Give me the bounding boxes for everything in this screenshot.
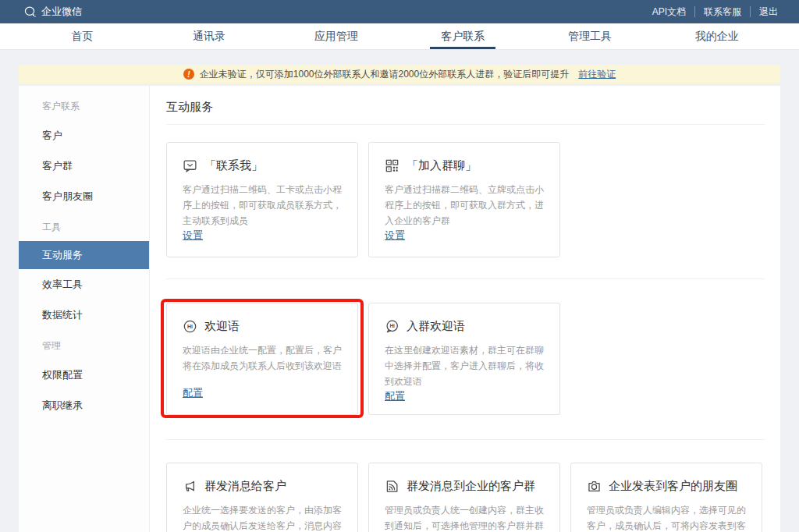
camera-icon	[587, 479, 602, 494]
feature-card: 「加入群聊」客户通过扫描群二维码、立牌或点击小程序上的按钮，即可获取入群方式，进…	[368, 142, 560, 257]
broadcast-page-icon	[385, 479, 400, 494]
sidebar-item-2-0[interactable]: 权限配置	[19, 360, 149, 390]
nav-tab-my-company[interactable]: 我的企业	[653, 23, 780, 49]
main-panel: 互动服务 「联系我」客户通过扫描二维码、工卡或点击小程序上的按钮，即可获取成员联…	[150, 86, 780, 532]
brand[interactable]: 企业微信	[23, 5, 82, 19]
nav-tab-contacts[interactable]: 通讯录	[146, 23, 273, 49]
sidebar-group-header: 客户联系	[19, 90, 149, 120]
sidebar-group-header: 工具	[19, 211, 149, 241]
sidebar-item-0-0[interactable]: 客户	[19, 120, 149, 151]
sidebar-group-header: 管理	[19, 330, 149, 360]
main-nav: 首页通讯录应用管理客户联系管理工具我的企业	[0, 23, 799, 50]
wechat-work-logo-icon	[23, 5, 37, 19]
card-description: 客户通过扫描群二维码、立牌或点击小程序上的按钮，即可获取入群方式，进入企业的客户…	[385, 182, 544, 229]
card-section: 群发消息给客户企业统一选择要发送的客户，由添加客户的成员确认后发送给客户，消息内…	[166, 439, 765, 532]
card-title: 企业发表到客户的朋友圈	[609, 479, 737, 494]
qr-code-icon	[385, 158, 400, 173]
contact-me-bubble-icon	[183, 158, 197, 173]
card-description: 欢迎语由企业统一配置，配置后，客户将在添加成员为联系人后收到该欢迎语	[183, 342, 342, 374]
svg-text:Hi: Hi	[390, 323, 396, 328]
nav-tab-app-management[interactable]: 应用管理	[272, 23, 400, 49]
nav-tab-customer-contact[interactable]: 客户联系	[400, 23, 527, 49]
topbar: 企业微信 API文档联系客服退出	[0, 0, 799, 23]
notice-bar: ! 企业未验证，仅可添加1000位外部联系人和邀请2000位外部联系人进群，验证…	[19, 65, 780, 83]
card-title: 入群欢迎语	[407, 319, 465, 334]
page-title: 互动服务	[166, 100, 765, 125]
card-title: 群发消息给客户	[204, 479, 286, 494]
nav-tab-home[interactable]: 首页	[19, 23, 146, 49]
feature-card: Hi入群欢迎语在这里创建欢迎语素材，群主可在群聊中选择并配置，客户进入群聊后，将…	[368, 303, 560, 415]
card-action-link[interactable]: 设置	[385, 229, 405, 243]
card-description: 管理员或负责人编辑内容，选择可见的客户，成员确认后，可将内容发表到客户的朋友圈，…	[587, 502, 746, 532]
card-description: 客户通过扫描二维码、工卡或点击小程序上的按钮，即可获取成员联系方式，主动联系到成…	[183, 182, 342, 229]
sidebar: 客户联系客户客户群客户朋友圈工具互动服务效率工具数据统计管理权限配置离职继承	[19, 86, 150, 532]
feature-card: 企业发表到客户的朋友圈管理员或负责人编辑内容，选择可见的客户，成员确认后，可将内…	[570, 463, 762, 532]
card-title: 群发消息到企业的客户群	[407, 479, 535, 494]
feature-card: 「联系我」客户通过扫描二维码、工卡或点击小程序上的按钮，即可获取成员联系方式，主…	[166, 142, 358, 257]
feature-card: Hi欢迎语欢迎语由企业统一配置，配置后，客户将在添加成员为联系人后收到该欢迎语配…	[166, 303, 358, 415]
card-section: Hi欢迎语欢迎语由企业统一配置，配置后，客户将在添加成员为联系人后收到该欢迎语配…	[166, 278, 765, 439]
nav-tab-management-tools[interactable]: 管理工具	[527, 23, 654, 49]
hi-bubble-icon: Hi	[385, 319, 400, 334]
sidebar-item-1-1[interactable]: 效率工具	[19, 269, 149, 300]
api-docs-link[interactable]: API文档	[644, 6, 694, 17]
warning-icon: !	[183, 69, 194, 80]
page-container: ! 企业未验证，仅可添加1000位外部联系人和邀请2000位外部联系人进群，验证…	[19, 65, 780, 532]
go-verify-link[interactable]: 前往验证	[578, 68, 616, 81]
feature-card: 群发消息给客户企业统一选择要发送的客户，由添加客户的成员确认后发送给客户，消息内…	[166, 463, 358, 532]
card-title: 欢迎语	[204, 319, 240, 334]
content-area: 客户联系客户客户群客户朋友圈工具互动服务效率工具数据统计管理权限配置离职继承 互…	[19, 86, 780, 532]
card-action-link[interactable]: 配置	[385, 389, 405, 403]
megaphone-icon	[183, 479, 197, 494]
sidebar-item-1-2[interactable]: 数据统计	[19, 300, 149, 330]
contact-support-link[interactable]: 联系客服	[694, 6, 750, 17]
sidebar-item-0-2[interactable]: 客户朋友圈	[19, 181, 149, 211]
sidebar-item-2-1[interactable]: 离职继承	[19, 390, 149, 420]
logout-link[interactable]: 退出	[750, 6, 787, 17]
sidebar-item-active[interactable]: 互动服务	[19, 241, 149, 269]
notice-text: 企业未验证，仅可添加1000位外部联系人和邀请2000位外部联系人进群，验证后即…	[200, 68, 569, 81]
card-title: 「加入群聊」	[407, 158, 477, 173]
card-description: 企业统一选择要发送的客户，由添加客户的成员确认后发送给客户，消息内容仅管理员和负…	[183, 502, 342, 532]
feature-card: 群发消息到企业的客户群管理员或负责人统一创建内容，群主收到通知后，可选择他管理的…	[368, 463, 560, 532]
card-action-link[interactable]: 设置	[183, 229, 203, 243]
topbar-links: API文档联系客服退出	[644, 6, 787, 17]
card-description: 在这里创建欢迎语素材，群主可在群聊中选择并配置，客户进入群聊后，将收到欢迎语	[385, 342, 544, 389]
hi-circle-icon: Hi	[183, 319, 197, 334]
card-title: 「联系我」	[204, 158, 263, 173]
card-sections: 「联系我」客户通过扫描二维码、工卡或点击小程序上的按钮，即可获取成员联系方式，主…	[166, 142, 765, 532]
card-description: 管理员或负责人统一创建内容，群主收到通知后，可选择他管理的客户群并群发	[385, 502, 544, 532]
card-action-link[interactable]: 配置	[183, 386, 203, 400]
card-section: 「联系我」客户通过扫描二维码、工卡或点击小程序上的按钮，即可获取成员联系方式，主…	[166, 142, 765, 278]
sidebar-item-0-1[interactable]: 客户群	[19, 151, 149, 181]
svg-text:Hi: Hi	[187, 324, 193, 329]
brand-label: 企业微信	[41, 5, 82, 19]
